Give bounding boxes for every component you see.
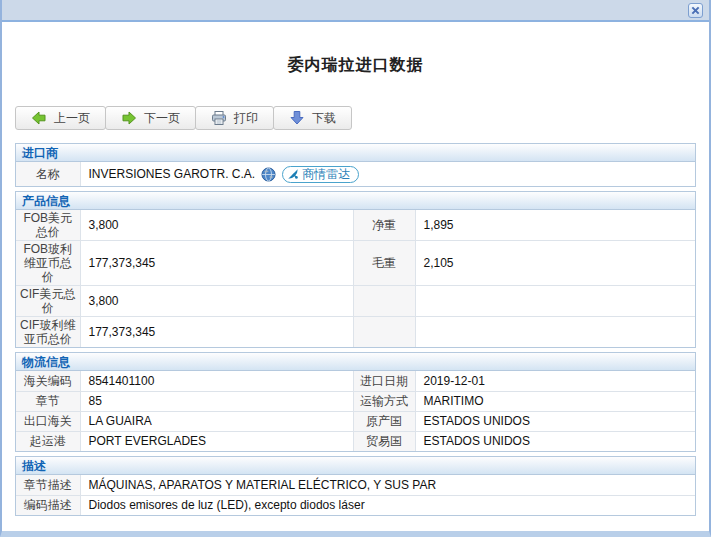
section-logistics: 物流信息 海关编码 8541401100 进口日期 2019-12-01 章节 … <box>15 352 696 452</box>
field-value: MÁQUINAS, APARATOS Y MATERIAL ELÉCTRICO,… <box>80 475 695 495</box>
field-value: MARITIMO <box>415 391 695 411</box>
table-row: 章节 85 运输方式 MARITIMO <box>16 391 695 411</box>
table-row: 编码描述 Diodos emisores de luz (LED), excep… <box>16 495 695 515</box>
field-value: 177,373,345 <box>80 241 353 286</box>
field-label: 章节 <box>16 391 80 411</box>
field-label: 毛重 <box>353 241 415 286</box>
field-label: 净重 <box>353 210 415 241</box>
field-value <box>415 317 695 348</box>
field-label <box>353 286 415 317</box>
field-label: 编码描述 <box>16 495 80 515</box>
table-row: 起运港 PORT EVERGLADES 贸易国 ESTADOS UNIDOS <box>16 431 695 451</box>
prev-page-label: 上一页 <box>54 110 90 127</box>
page-title: 委内瑞拉进口数据 <box>15 55 696 76</box>
table-row: CIF美元总价 3,800 <box>16 286 695 317</box>
field-value: 2,105 <box>415 241 695 286</box>
importer-name: INVERSIONES GAROTR. C.A. <box>89 167 256 181</box>
table-row: 海关编码 8541401100 进口日期 2019-12-01 <box>16 371 695 391</box>
section-logistics-header: 物流信息 <box>16 353 695 371</box>
section-description: 描述 章节描述 MÁQUINAS, APARATOS Y MATERIAL EL… <box>15 456 696 516</box>
field-value <box>415 286 695 317</box>
logistics-table: 海关编码 8541401100 进口日期 2019-12-01 章节 85 运输… <box>16 371 695 451</box>
print-label: 打印 <box>234 110 258 127</box>
field-label: 章节描述 <box>16 475 80 495</box>
toolbar: 上一页 下一页 打印 <box>15 106 696 130</box>
print-button[interactable]: 打印 <box>195 106 274 130</box>
table-row: FOB美元总价 3,800 净重 1,895 <box>16 210 695 241</box>
table-row: CIF玻利维亚币总价 177,373,345 <box>16 317 695 348</box>
table-row: 出口海关 LA GUAIRA 原产国 ESTADOS UNIDOS <box>16 411 695 431</box>
section-product-header: 产品信息 <box>16 192 695 210</box>
table-row: FOB玻利维亚币总价 177,373,345 毛重 2,105 <box>16 241 695 286</box>
field-label: 海关编码 <box>16 371 80 391</box>
field-label: 贸易国 <box>353 431 415 451</box>
field-value: PORT EVERGLADES <box>80 431 353 451</box>
field-label: 出口海关 <box>16 411 80 431</box>
field-value: 177,373,345 <box>80 317 353 348</box>
printer-icon <box>211 110 227 126</box>
close-icon <box>691 6 700 15</box>
satellite-dish-icon <box>287 168 299 180</box>
table-row: 章节描述 MÁQUINAS, APARATOS Y MATERIAL ELÉCT… <box>16 475 695 495</box>
description-table: 章节描述 MÁQUINAS, APARATOS Y MATERIAL ELÉCT… <box>16 475 695 515</box>
field-label: 运输方式 <box>353 391 415 411</box>
field-value: 3,800 <box>80 286 353 317</box>
radar-badge-label: 商情雷达 <box>302 166 350 183</box>
field-value: LA GUAIRA <box>80 411 353 431</box>
blue-arrow-down-icon <box>289 110 305 126</box>
download-label: 下载 <box>312 110 336 127</box>
field-label: FOB玻利维亚币总价 <box>16 241 80 286</box>
section-description-header: 描述 <box>16 457 695 475</box>
field-value: 1,895 <box>415 210 695 241</box>
table-row: 名称 INVERSIONES GAROTR. C.A. <box>16 162 695 186</box>
radar-badge-link[interactable]: 商情雷达 <box>282 166 359 183</box>
dialog-titlebar <box>2 0 709 22</box>
dialog-content: 委内瑞拉进口数据 上一页 下一页 <box>2 55 709 516</box>
field-label: 原产国 <box>353 411 415 431</box>
field-label: CIF玻利维亚币总价 <box>16 317 80 348</box>
prev-page-button[interactable]: 上一页 <box>15 106 106 130</box>
field-label: CIF美元总价 <box>16 286 80 317</box>
globe-icon[interactable] <box>261 167 276 182</box>
product-table: FOB美元总价 3,800 净重 1,895 FOB玻利维亚币总价 177,37… <box>16 210 695 347</box>
green-arrow-right-icon <box>121 110 137 126</box>
dialog-window: 委内瑞拉进口数据 上一页 下一页 <box>0 0 711 537</box>
section-product: 产品信息 FOB美元总价 3,800 净重 1,895 FOB玻利维亚币总价 1… <box>15 191 696 348</box>
section-importer-header: 进口商 <box>16 144 695 162</box>
field-value: Diodos emisores de luz (LED), excepto di… <box>80 495 695 515</box>
field-value: ESTADOS UNIDOS <box>415 411 695 431</box>
section-importer: 进口商 名称 INVERSIONES GAROTR. C.A. <box>15 143 696 187</box>
next-page-button[interactable]: 下一页 <box>105 106 196 130</box>
close-button[interactable] <box>688 3 703 18</box>
field-label: FOB美元总价 <box>16 210 80 241</box>
field-label: 起运港 <box>16 431 80 451</box>
field-label: 进口日期 <box>353 371 415 391</box>
next-page-label: 下一页 <box>144 110 180 127</box>
field-value: INVERSIONES GAROTR. C.A. <box>80 162 695 186</box>
field-value: 3,800 <box>80 210 353 241</box>
field-value: 2019-12-01 <box>415 371 695 391</box>
importer-table: 名称 INVERSIONES GAROTR. C.A. <box>16 162 695 186</box>
field-value: 85 <box>80 391 353 411</box>
field-value: ESTADOS UNIDOS <box>415 431 695 451</box>
field-value: 8541401100 <box>80 371 353 391</box>
download-button[interactable]: 下载 <box>273 106 352 130</box>
green-arrow-left-icon <box>31 110 47 126</box>
field-label: 名称 <box>16 162 80 186</box>
field-label <box>353 317 415 348</box>
